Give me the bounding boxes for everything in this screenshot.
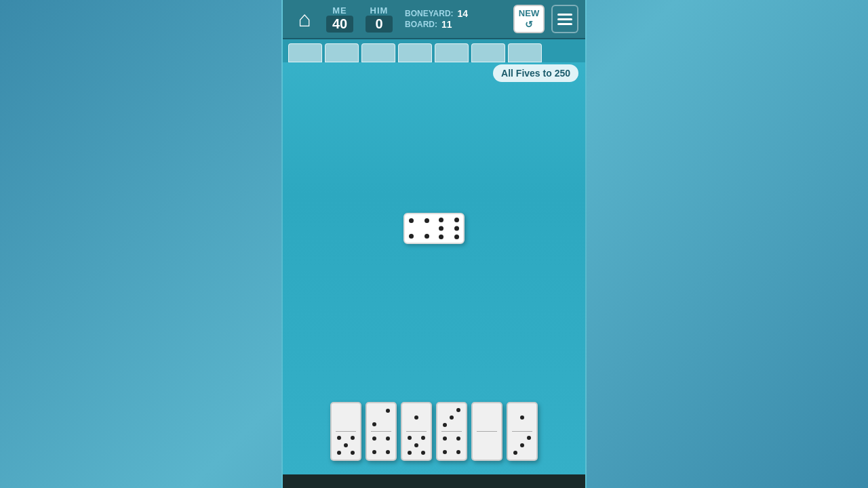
board-label: BOARD: bbox=[405, 20, 437, 29]
divider bbox=[406, 431, 427, 432]
dot bbox=[425, 218, 429, 223]
new-button-label: NEW bbox=[519, 8, 539, 18]
player-hand bbox=[283, 395, 585, 475]
board-area bbox=[283, 62, 585, 395]
hand-domino-3-top bbox=[404, 405, 429, 430]
dot bbox=[454, 226, 459, 231]
dot bbox=[454, 235, 459, 239]
him-score-block: HIM 0 bbox=[366, 5, 393, 33]
bottom-bar bbox=[283, 474, 585, 488]
dot bbox=[386, 436, 390, 441]
divider bbox=[336, 431, 356, 432]
dot bbox=[454, 218, 459, 222]
dot bbox=[337, 436, 341, 440]
dot bbox=[386, 450, 390, 454]
dot bbox=[513, 451, 517, 455]
hand-domino-6[interactable] bbox=[507, 402, 538, 462]
menu-line-1 bbox=[557, 14, 572, 16]
dot bbox=[372, 436, 376, 441]
dot bbox=[386, 409, 390, 413]
hand-domino-2[interactable] bbox=[366, 402, 397, 462]
hand-domino-3-bottom bbox=[404, 433, 429, 458]
me-label: ME bbox=[332, 5, 347, 16]
dot bbox=[408, 436, 412, 440]
dot bbox=[337, 451, 341, 455]
divider bbox=[441, 431, 462, 432]
dot bbox=[425, 234, 429, 239]
outer-background: ⌂ ME 40 HIM 0 BONEYARD: 14 BOAR bbox=[0, 0, 868, 488]
hand-domino-1-bottom bbox=[334, 433, 358, 458]
dot bbox=[456, 408, 460, 412]
dot bbox=[409, 218, 414, 223]
dot bbox=[456, 450, 460, 454]
menu-button[interactable] bbox=[551, 5, 578, 33]
tab-3[interactable] bbox=[361, 43, 395, 62]
hand-domino-1[interactable] bbox=[330, 402, 361, 462]
tab-4[interactable] bbox=[398, 43, 432, 62]
hand-domino-5-top bbox=[475, 405, 499, 430]
domino-right-half bbox=[435, 214, 463, 243]
boneyard-value: 14 bbox=[458, 8, 469, 19]
boneyard-section: BONEYARD: 14 BOARD: 11 bbox=[405, 5, 468, 33]
board-value: 11 bbox=[441, 19, 452, 30]
hand-domino-4-top bbox=[439, 405, 464, 430]
dot bbox=[421, 451, 425, 455]
tab-6[interactable] bbox=[471, 43, 505, 62]
hand-domino-3[interactable] bbox=[401, 402, 432, 462]
hand-domino-2-bottom bbox=[369, 433, 393, 458]
dot bbox=[414, 443, 418, 447]
tab-7[interactable] bbox=[508, 43, 542, 62]
dot bbox=[439, 226, 443, 231]
menu-line-2 bbox=[557, 18, 572, 20]
hand-domino-5[interactable] bbox=[471, 402, 502, 462]
dot bbox=[520, 415, 524, 420]
him-label: HIM bbox=[370, 5, 389, 16]
tabs-row bbox=[283, 39, 585, 62]
dot bbox=[520, 443, 524, 447]
menu-line-3 bbox=[557, 23, 572, 25]
hand-domino-6-bottom bbox=[510, 433, 534, 458]
hand-domino-2-top bbox=[369, 405, 393, 430]
hand-domino-5-bottom bbox=[475, 433, 499, 458]
divider bbox=[371, 431, 391, 432]
me-score: 40 bbox=[326, 16, 353, 33]
center-domino[interactable] bbox=[403, 213, 465, 244]
dot bbox=[439, 218, 443, 222]
dot bbox=[409, 234, 414, 239]
domino-left-half bbox=[405, 214, 433, 243]
dot bbox=[351, 436, 355, 440]
tab-1[interactable] bbox=[288, 43, 322, 62]
dot bbox=[443, 436, 447, 441]
dot bbox=[443, 423, 447, 427]
dot bbox=[372, 422, 376, 426]
tab-2[interactable] bbox=[325, 43, 359, 62]
hand-domino-4-bottom bbox=[439, 433, 464, 458]
hand-domino-4[interactable] bbox=[436, 402, 467, 462]
dot bbox=[414, 415, 418, 420]
dot bbox=[456, 436, 460, 441]
dot bbox=[439, 235, 443, 239]
dot bbox=[351, 451, 355, 455]
dot bbox=[450, 415, 454, 420]
hand-domino-6-top bbox=[510, 405, 534, 430]
game-panel: ⌂ ME 40 HIM 0 BONEYARD: 14 BOAR bbox=[281, 0, 587, 488]
him-score: 0 bbox=[366, 16, 393, 33]
tab-5[interactable] bbox=[435, 43, 469, 62]
boneyard-label: BONEYARD: bbox=[405, 9, 454, 18]
dot bbox=[527, 436, 531, 440]
divider bbox=[477, 431, 497, 432]
dot bbox=[344, 443, 348, 447]
header: ⌂ ME 40 HIM 0 BONEYARD: 14 BOAR bbox=[283, 0, 585, 39]
hand-domino-1-top bbox=[334, 405, 358, 430]
me-score-block: ME 40 bbox=[326, 5, 353, 33]
dot bbox=[421, 436, 425, 440]
score-section: ME 40 HIM 0 BONEYARD: 14 BOARD: 11 bbox=[326, 5, 507, 33]
home-button[interactable]: ⌂ bbox=[290, 4, 319, 34]
game-info-badge: All Fives to 250 bbox=[493, 64, 578, 82]
dot bbox=[443, 450, 447, 454]
new-game-button[interactable]: NEW ↺ bbox=[513, 5, 545, 33]
divider bbox=[512, 431, 532, 432]
dot bbox=[408, 451, 412, 455]
dot bbox=[372, 450, 376, 454]
home-icon: ⌂ bbox=[298, 8, 311, 30]
